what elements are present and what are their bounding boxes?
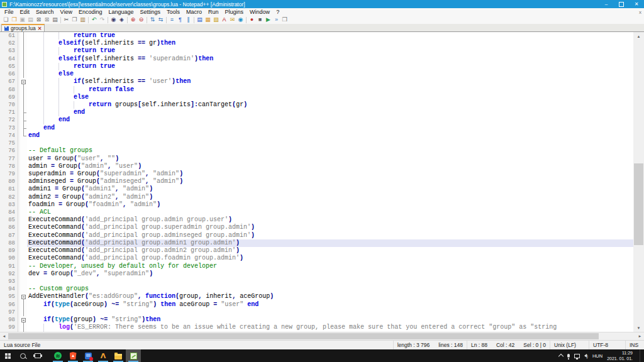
code-line[interactable]: 76-- Default groups bbox=[0, 147, 633, 155]
code-line[interactable]: 82admin2 = Group("admin2", "admin") bbox=[0, 194, 633, 201]
redo-button[interactable]: ↷ bbox=[98, 16, 106, 24]
new-file-button[interactable]: ❏ bbox=[2, 16, 10, 24]
start-button[interactable] bbox=[0, 349, 15, 362]
code-text[interactable]: end bbox=[27, 132, 633, 140]
view-file-button[interactable]: ◉ bbox=[236, 16, 245, 24]
menu-view[interactable]: View bbox=[57, 8, 75, 16]
status-cursor[interactable]: Ln : 88 Col : 42 Sel : 0 | 0 bbox=[467, 341, 550, 349]
volume-icon[interactable]: ) bbox=[584, 354, 588, 358]
code-text[interactable]: if(type(group) ~= "string")then bbox=[27, 316, 633, 324]
code-text[interactable]: end bbox=[27, 116, 633, 124]
vertical-scrollbar-thumb[interactable] bbox=[634, 163, 643, 245]
fold-margin[interactable] bbox=[20, 78, 27, 85]
code-line[interactable]: 68 return false bbox=[0, 86, 633, 94]
paste-button[interactable]: ▥ bbox=[79, 16, 87, 24]
save-all-button[interactable]: ▤ bbox=[26, 16, 35, 24]
show-all-characters-button[interactable]: ¶ bbox=[176, 16, 184, 24]
fold-margin[interactable] bbox=[20, 316, 27, 324]
macro-stop-button[interactable]: ■ bbox=[256, 16, 264, 24]
code-text[interactable]: end bbox=[27, 109, 633, 116]
find-button[interactable]: ◉ bbox=[109, 16, 118, 24]
code-text[interactable]: else bbox=[27, 70, 633, 78]
code-line[interactable]: 69 else bbox=[0, 94, 633, 101]
code-text[interactable]: log('ES_ERROR: There seems to be an issu… bbox=[27, 324, 633, 331]
code-text[interactable] bbox=[27, 309, 633, 316]
code-text[interactable]: elseif(self.inherits == gr)then bbox=[27, 40, 633, 47]
code-line[interactable]: 70 return groups[self.inherits]:canTarge… bbox=[0, 101, 633, 109]
code-text[interactable]: ExecuteCommand('add_principal group.supe… bbox=[27, 224, 633, 231]
menu-language[interactable]: Language bbox=[105, 8, 136, 16]
code-line[interactable]: 85ExecuteCommand('add_principal group.ad… bbox=[0, 216, 633, 224]
menubar-close-icon[interactable]: x bbox=[639, 9, 641, 15]
code-line[interactable]: 91-- Developer, unused by default only f… bbox=[0, 263, 633, 270]
status-eol[interactable]: Unix (LF) bbox=[550, 341, 589, 349]
code-text[interactable]: ExecuteCommand('add_principal group.admi… bbox=[27, 216, 633, 224]
code-text[interactable]: return true bbox=[27, 63, 633, 70]
code-line[interactable]: 90ExecuteCommand('add_principal group.fo… bbox=[0, 255, 633, 262]
code-text[interactable]: admin = Group("admin", "user") bbox=[27, 163, 633, 170]
taskbar-app-brave[interactable] bbox=[65, 349, 80, 362]
language-indicator[interactable]: HUN bbox=[592, 353, 602, 359]
taskbar-app-chat[interactable] bbox=[80, 349, 96, 362]
code-text[interactable]: AddEventHandler("es:addGroup", function(… bbox=[27, 293, 633, 300]
code-text[interactable]: elseif(self.inherits == 'superadmin')the… bbox=[27, 55, 633, 63]
code-text[interactable]: -- Default groups bbox=[27, 147, 633, 155]
code-line[interactable]: 61 return true bbox=[0, 32, 633, 40]
vertical-scrollbar[interactable]: ▲ ▼ bbox=[633, 32, 644, 332]
result-window-button[interactable]: ✉ bbox=[228, 16, 236, 24]
menu-search[interactable]: Search bbox=[33, 8, 57, 16]
code-text[interactable]: dev = Group("_dev", "superadmin") bbox=[27, 270, 633, 278]
horizontal-scrollbar-thumb[interactable] bbox=[8, 333, 599, 339]
sync-horizontal-scroll-button[interactable]: ⇆ bbox=[157, 16, 165, 24]
code-text[interactable]: admin1 = Group("admin1", "admin") bbox=[27, 185, 633, 193]
indent-guides-button[interactable]: ∥ bbox=[184, 16, 192, 24]
taskbar-app-notepad-plus-plus[interactable] bbox=[126, 349, 141, 362]
code-line[interactable]: 88ExecuteCommand('add_principal group.ad… bbox=[0, 239, 633, 247]
cut-button[interactable]: ✂ bbox=[62, 16, 70, 24]
status-insert-mode[interactable]: INS bbox=[625, 341, 644, 349]
code-line[interactable]: 65 return true bbox=[0, 63, 633, 70]
macro-run-multiple-button[interactable]: » bbox=[272, 16, 280, 24]
code-text[interactable]: adminseged = Group("adminseged", "admin"… bbox=[27, 178, 633, 185]
code-line[interactable]: 96 if(type(aceGroup) ~= "string") then a… bbox=[0, 301, 633, 309]
fold-collapse-icon[interactable] bbox=[21, 295, 26, 299]
code-line[interactable]: 98 if(type(group) ~= "string")then bbox=[0, 316, 633, 324]
open-file-button[interactable]: ❒ bbox=[10, 16, 18, 24]
tray-expand-chevron-icon[interactable] bbox=[558, 354, 563, 359]
code-editor[interactable]: 61 return true62 elseif(self.inherits ==… bbox=[0, 32, 633, 332]
code-line[interactable]: 80adminseged = Group("adminseged", "admi… bbox=[0, 178, 633, 185]
code-text[interactable]: ExecuteCommand('add_principal group.foad… bbox=[27, 255, 633, 262]
macro-save-button[interactable]: ❒ bbox=[280, 16, 289, 24]
code-text[interactable]: -- ACL bbox=[27, 209, 633, 216]
print-button[interactable]: ▤ bbox=[51, 16, 59, 24]
code-text[interactable]: if(self.inherits == 'user')then bbox=[27, 78, 633, 85]
status-encoding[interactable]: UTF-8 bbox=[589, 341, 625, 349]
taskbar-search-button[interactable] bbox=[15, 349, 30, 362]
word-wrap-button[interactable]: ≡ bbox=[168, 16, 176, 24]
menu-settings[interactable]: Settings bbox=[137, 8, 164, 16]
code-line[interactable]: 64 elseif(self.inherits == 'superadmin')… bbox=[0, 55, 633, 63]
code-line[interactable]: 94-- Custom groups bbox=[0, 285, 633, 293]
menu-run[interactable]: Run bbox=[205, 8, 222, 16]
code-text[interactable]: ExecuteCommand('add_principal group.admi… bbox=[27, 232, 633, 239]
code-text[interactable]: user = Group("user", "") bbox=[27, 155, 633, 163]
show-desktop-button[interactable] bbox=[640, 349, 643, 362]
code-line[interactable]: 72 end bbox=[0, 116, 633, 124]
function-list-button[interactable]: ▤ bbox=[196, 16, 204, 24]
code-line[interactable]: 66 else bbox=[0, 70, 633, 78]
clock[interactable]: 11:29 2021. 01. 01. bbox=[607, 350, 633, 361]
code-line[interactable]: 62 elseif(self.inherits == gr)then bbox=[0, 40, 633, 47]
task-view-button[interactable] bbox=[30, 349, 45, 362]
code-line[interactable]: 75 bbox=[0, 140, 633, 147]
scroll-right-arrow-icon[interactable]: ► bbox=[636, 332, 644, 340]
fold-margin[interactable] bbox=[20, 293, 27, 300]
close-button[interactable]: ⊠ bbox=[35, 16, 43, 24]
code-text[interactable]: return groups[self.inherits]:canTarget(g… bbox=[27, 101, 633, 109]
code-line[interactable]: 67 if(self.inherits == 'user')then bbox=[0, 78, 633, 85]
undo-button[interactable]: ↶ bbox=[90, 16, 98, 24]
taskbar-app-spotify[interactable]: ≋ bbox=[50, 349, 65, 362]
fold-collapse-icon[interactable] bbox=[21, 318, 26, 322]
code-text[interactable]: -- Custom groups bbox=[27, 285, 633, 293]
code-text[interactable]: return true bbox=[27, 47, 633, 55]
zoom-in-button[interactable]: ⊕ bbox=[129, 16, 137, 24]
